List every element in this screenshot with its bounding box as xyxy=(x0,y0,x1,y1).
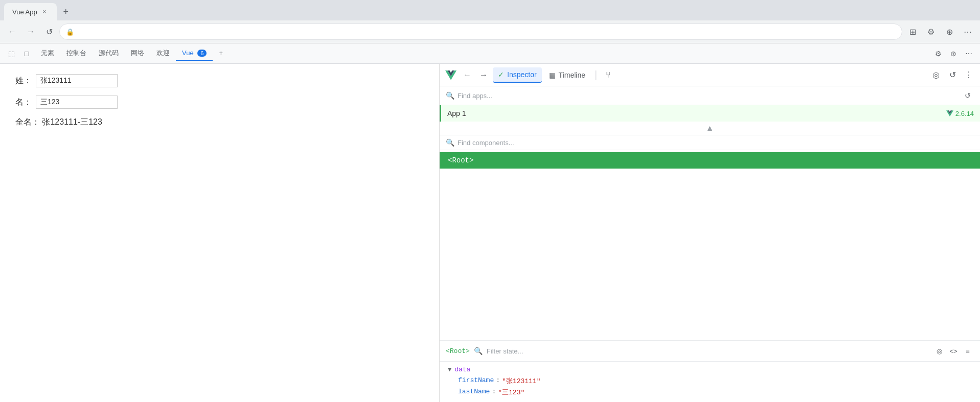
browser-chrome: Vue App × + ← → ↺ 🔒 ⊞ ⚙ ⊕ ⋯ xyxy=(0,0,980,43)
component-search-row: 🔍 xyxy=(440,135,980,150)
last-name-field: 姓： xyxy=(15,74,424,87)
profile-btn[interactable]: ⊕ xyxy=(941,23,958,40)
data-property-firstname: firstName : "张123111" xyxy=(448,375,972,387)
find-apps-search-icon: 🔍 xyxy=(446,91,454,100)
tab-close-btn[interactable]: × xyxy=(40,8,49,16)
divider-arrow: ▲ xyxy=(440,122,980,135)
view-icon-btn[interactable]: ◎ xyxy=(929,68,943,82)
tab-elements[interactable]: 元素 xyxy=(35,45,60,62)
first-name-input[interactable] xyxy=(36,96,118,109)
branch-icon-btn[interactable]: ⑂ xyxy=(601,68,616,82)
app-item-version: 2.6.14 xyxy=(946,110,974,117)
find-apps-row: 🔍 ↺ xyxy=(440,86,980,105)
data-property-lastname: lastName : "三123" xyxy=(448,387,972,398)
data-header: ▼ data xyxy=(448,366,972,373)
tab-bar: Vue App × + xyxy=(0,0,980,20)
prop-key-lastname: lastName xyxy=(458,388,490,397)
app-item-label: App 1 xyxy=(447,109,946,117)
devtools-settings-icon[interactable]: ⚙ xyxy=(931,46,945,61)
tab-vue[interactable]: Vue 6 xyxy=(176,46,213,61)
component-search-icon: 🔍 xyxy=(446,138,454,147)
tab-active[interactable]: Vue App × xyxy=(4,3,57,20)
find-apps-input[interactable] xyxy=(458,92,959,100)
find-apps-refresh-btn[interactable]: ↺ xyxy=(962,89,974,102)
inspector-label: Inspector xyxy=(507,70,537,79)
timeline-tab[interactable]: ▦ Timeline xyxy=(544,68,590,82)
full-name-label: 全名： xyxy=(15,117,40,126)
toolbar-separator: | xyxy=(595,69,597,81)
timeline-label: Timeline xyxy=(559,71,585,79)
root-component-item[interactable]: <Root> xyxy=(440,152,980,169)
bottom-panel-actions: ◎ <> ≡ xyxy=(933,345,974,357)
devtools-dock-icon[interactable]: ⬚ xyxy=(4,46,18,61)
address-bar[interactable]: 🔒 xyxy=(59,23,902,40)
reload-btn[interactable]: ↺ xyxy=(41,23,57,40)
prop-colon-1: : xyxy=(496,376,500,386)
first-name-field: 名： xyxy=(15,96,424,109)
component-search-input[interactable] xyxy=(458,139,974,147)
refresh-icon-btn[interactable]: ↺ xyxy=(945,68,960,82)
vue-logo xyxy=(444,68,458,82)
settings-btn[interactable]: ⚙ xyxy=(923,23,939,40)
last-name-label: 姓： xyxy=(15,76,32,86)
main-content: 姓： 名： 全名： 张123111-三123 ← → xyxy=(0,64,980,402)
component-tree: <Root> xyxy=(440,150,980,171)
devtools-panel: ← → ✓ Inspector ▦ Timeline | ⑂ ◎ ↺ ⋮ 🔍 xyxy=(440,64,980,402)
forward-btn[interactable]: → xyxy=(22,23,39,40)
browser-toolbar: ← → ↺ 🔒 ⊞ ⚙ ⊕ ⋯ xyxy=(0,20,980,43)
data-key-label: data xyxy=(454,366,470,373)
vue-toolbar-right: ◎ ↺ ⋮ xyxy=(929,68,976,82)
devtools-tabs: 元素 控制台 源代码 网络 欢迎 Vue 6 + xyxy=(35,45,930,62)
vue-badge: 6 xyxy=(197,50,207,57)
devtools-screenshot-icon[interactable]: □ xyxy=(19,46,34,61)
extensions-btn[interactable]: ⊞ xyxy=(904,23,921,40)
more-btn[interactable]: ⋯ xyxy=(960,23,976,40)
filter-state-input[interactable] xyxy=(487,347,929,355)
vue-logo-svg xyxy=(445,70,457,80)
inspector-check-icon: ✓ xyxy=(498,70,504,79)
back-btn[interactable]: ← xyxy=(4,23,20,40)
first-name-label: 名： xyxy=(15,97,32,108)
last-name-input[interactable] xyxy=(36,74,118,87)
filter-search-icon: 🔍 xyxy=(474,347,483,355)
chrome-actions: ⊞ ⚙ ⊕ ⋯ xyxy=(904,23,976,40)
panel-eye-btn[interactable]: ◎ xyxy=(933,345,945,357)
data-section: ▼ data firstName : "张123111" lastName : … xyxy=(440,362,980,402)
tab-label: Vue App xyxy=(12,8,37,16)
devtools-topbar: ⬚ □ 元素 控制台 源代码 网络 欢迎 Vue 6 + ⚙ ⊕ ⋯ xyxy=(0,43,980,64)
new-tab-btn[interactable]: + xyxy=(59,5,73,19)
vue-devtools-toolbar: ← → ✓ Inspector ▦ Timeline | ⑂ ◎ ↺ ⋮ xyxy=(440,64,980,86)
tab-add[interactable]: + xyxy=(213,46,229,61)
inspector-tab[interactable]: ✓ Inspector xyxy=(493,67,542,83)
prop-key-firstname: firstName xyxy=(458,376,494,386)
app-panel: 姓： 名： 全名： 张123111-三123 xyxy=(0,64,440,402)
panel-filter-btn[interactable]: ≡ xyxy=(962,345,974,357)
bottom-root-label: <Root> xyxy=(446,347,470,355)
prop-colon-2: : xyxy=(492,388,496,397)
tab-sources[interactable]: 源代码 xyxy=(93,45,125,62)
prop-value-firstname: "张123111" xyxy=(502,376,540,386)
devtools-actions: ⚙ ⊕ ⋯ xyxy=(931,46,976,61)
devtools-more-icon[interactable]: ⋯ xyxy=(962,46,976,61)
more-icon-btn[interactable]: ⋮ xyxy=(962,68,976,82)
prop-value-lastname: "三123" xyxy=(498,388,525,397)
app-item[interactable]: App 1 2.6.14 xyxy=(440,105,980,122)
tab-network[interactable]: 网络 xyxy=(125,45,150,62)
app-version-text: 2.6.14 xyxy=(955,110,974,117)
tab-console[interactable]: 控制台 xyxy=(60,45,93,62)
full-name-value: 张123111-三123 xyxy=(42,117,102,126)
data-collapse-arrow[interactable]: ▼ xyxy=(448,366,451,373)
root-component-label: <Root> xyxy=(448,156,473,164)
full-name-display: 全名： 张123111-三123 xyxy=(15,117,424,128)
panel-code-btn[interactable]: <> xyxy=(947,345,960,357)
devtools-profile-icon[interactable]: ⊕ xyxy=(946,46,961,61)
bottom-panel-header: <Root> 🔍 ◎ <> ≡ xyxy=(440,341,980,362)
vue-forward-btn[interactable]: → xyxy=(476,68,491,82)
app-vue-logo xyxy=(946,110,953,116)
bottom-panel: <Root> 🔍 ◎ <> ≡ ▼ data firstName : xyxy=(440,340,980,402)
tab-welcome[interactable]: 欢迎 xyxy=(150,45,176,62)
timeline-icon: ▦ xyxy=(549,71,556,79)
vue-back-btn[interactable]: ← xyxy=(460,68,474,82)
